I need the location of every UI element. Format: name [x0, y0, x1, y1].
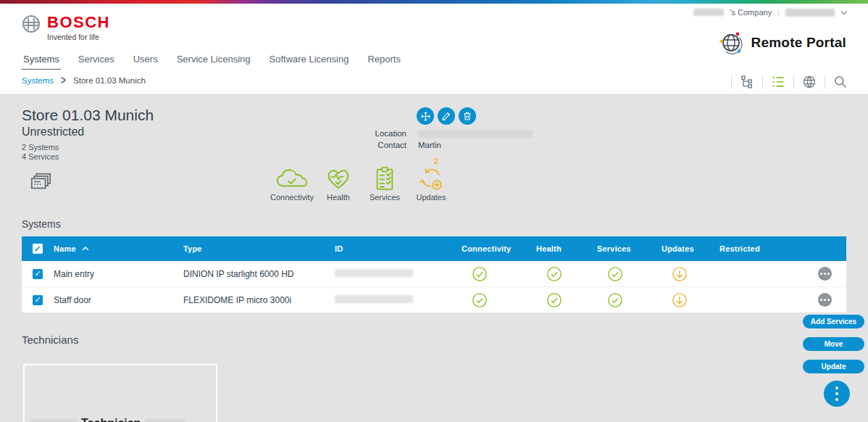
- account-chevron-down-icon[interactable]: [840, 10, 848, 15]
- contact-value: Martin: [418, 141, 533, 149]
- tree-view-icon[interactable]: [740, 75, 754, 89]
- restriction-status: Unrestricted: [22, 125, 84, 138]
- group-status-row: Connectivity Health: [269, 157, 454, 202]
- redacted-location-value: [418, 130, 533, 138]
- globe-icon: [718, 30, 744, 56]
- sort-ascending-icon[interactable]: [82, 247, 89, 251]
- list-view-icon[interactable]: [771, 75, 785, 89]
- more-actions-fab[interactable]: [824, 381, 850, 407]
- location-label: Location: [366, 129, 406, 138]
- portal-name: Remote Portal: [751, 35, 846, 51]
- status-services: Services: [362, 157, 408, 202]
- tab-services[interactable]: Services: [77, 51, 116, 71]
- system-type: DINION IP starlight 6000 HD: [183, 269, 335, 279]
- redacted-company-name: [693, 9, 724, 16]
- system-type: FLEXIDOME IP micro 3000i: [183, 295, 335, 305]
- column-type[interactable]: Type: [183, 244, 335, 253]
- row-checkbox[interactable]: ✓: [33, 295, 43, 305]
- updates-count-badge: 2: [434, 157, 438, 166]
- table-row[interactable]: ✓ Main entry DINION IP starlight 6000 HD: [22, 261, 846, 286]
- column-id[interactable]: ID: [335, 244, 462, 253]
- health-heart-icon: [325, 166, 352, 191]
- toolbar-divider: [793, 75, 794, 88]
- column-restricted[interactable]: Restricted: [719, 244, 803, 253]
- status-label: Connectivity: [270, 193, 314, 202]
- column-health[interactable]: Health: [536, 244, 597, 253]
- tab-users[interactable]: Users: [132, 51, 159, 71]
- breadcrumb-chevron-icon: >: [61, 74, 66, 87]
- connectivity-cloud-icon: [275, 166, 309, 191]
- status-label: Health: [327, 193, 350, 202]
- row-more-actions-button[interactable]: [818, 293, 832, 307]
- remote-portal-logo: Remote Portal: [718, 30, 846, 56]
- toolbar-divider: [825, 75, 825, 88]
- move-button[interactable]: Move: [803, 337, 864, 351]
- contact-label: Contact: [366, 141, 406, 149]
- bosch-wordmark: BOSCH: [47, 15, 110, 30]
- bosch-anchor-icon: [22, 15, 41, 33]
- connectivity-ok-icon: [462, 292, 536, 308]
- technician-name: Technician: [30, 417, 185, 422]
- breadcrumb: Systems > Store 01.03 Munich: [22, 75, 146, 86]
- connectivity-ok-icon: [462, 266, 536, 282]
- location-contact-block: Location Contact Martin: [366, 129, 533, 149]
- account-separator: |: [777, 8, 780, 17]
- system-group-icon: [29, 172, 52, 194]
- column-updates[interactable]: Updates: [662, 244, 719, 253]
- search-icon[interactable]: [833, 75, 848, 89]
- table-row[interactable]: ✓ Staff door FLEXIDOME IP micro 3000i: [22, 286, 846, 313]
- tab-software-licensing[interactable]: Software Licensing: [268, 51, 351, 71]
- services-count: 4 Services: [22, 152, 59, 161]
- page-title: Store 01.03 Munich: [22, 107, 154, 124]
- remote-portal-page: BOSCH Invented for life 's Company |: [0, 0, 868, 422]
- system-name: Main entry: [54, 269, 183, 279]
- redacted-technician-name: [30, 419, 77, 422]
- map-view-icon[interactable]: [802, 75, 817, 89]
- tab-reports[interactable]: Reports: [366, 51, 402, 71]
- technicians-section-title: Technicians: [22, 334, 78, 346]
- column-connectivity[interactable]: Connectivity: [462, 244, 536, 253]
- company-suffix: 's Company: [730, 8, 772, 17]
- row-checkbox[interactable]: ✓: [33, 269, 43, 279]
- tab-systems[interactable]: Systems: [22, 51, 61, 71]
- toolbar-divider: [762, 75, 763, 88]
- table-header-row: ✓ Name Type ID Connectivity Health Servi…: [22, 236, 846, 261]
- services-ok-icon: [597, 266, 662, 282]
- redacted-technician-name: [145, 419, 185, 422]
- systems-count: 2 Systems: [22, 143, 59, 152]
- group-action-buttons: [417, 107, 476, 125]
- delete-group-button[interactable]: [459, 107, 476, 125]
- edit-group-button[interactable]: [438, 107, 455, 125]
- technician-card[interactable]: Technician: [23, 364, 217, 422]
- add-services-button[interactable]: Add Services: [803, 315, 864, 328]
- systems-section-title: Systems: [22, 218, 61, 230]
- breadcrumb-systems-link[interactable]: Systems: [22, 76, 54, 85]
- status-health: Health: [315, 157, 362, 202]
- updates-refresh-icon: [417, 166, 445, 191]
- update-button[interactable]: Update: [803, 360, 864, 373]
- bosch-logo: BOSCH Invented for life: [22, 15, 110, 41]
- services-ok-icon: [597, 292, 662, 308]
- updates-pending-icon: [662, 292, 719, 308]
- health-ok-icon: [536, 292, 597, 308]
- move-group-button[interactable]: [417, 107, 434, 125]
- updates-pending-icon: [662, 266, 719, 282]
- bosch-tagline: Invented for life: [47, 33, 110, 41]
- status-updates: 2 Updates: [408, 157, 454, 202]
- column-name[interactable]: Name: [54, 244, 76, 253]
- status-label: Updates: [417, 193, 446, 202]
- toolbar-divider: [731, 75, 732, 88]
- status-label: Services: [370, 193, 400, 202]
- tab-service-licensing[interactable]: Service Licensing: [175, 51, 252, 71]
- content-area: Store 01.03 Munich Unrestricted 2 System…: [0, 95, 868, 422]
- redacted-system-id: [335, 269, 413, 277]
- breadcrumb-current: Store 01.03 Munich: [73, 76, 146, 85]
- main-nav: Systems Services Users Service Licensing…: [22, 51, 402, 71]
- row-more-actions-button[interactable]: [818, 267, 832, 281]
- select-all-checkbox[interactable]: ✓: [33, 244, 43, 254]
- column-services[interactable]: Services: [597, 244, 662, 253]
- status-connectivity: Connectivity: [269, 157, 315, 202]
- services-clipboard-icon: [375, 166, 395, 191]
- redacted-user-name: [785, 9, 835, 17]
- view-toolbar: [731, 73, 848, 91]
